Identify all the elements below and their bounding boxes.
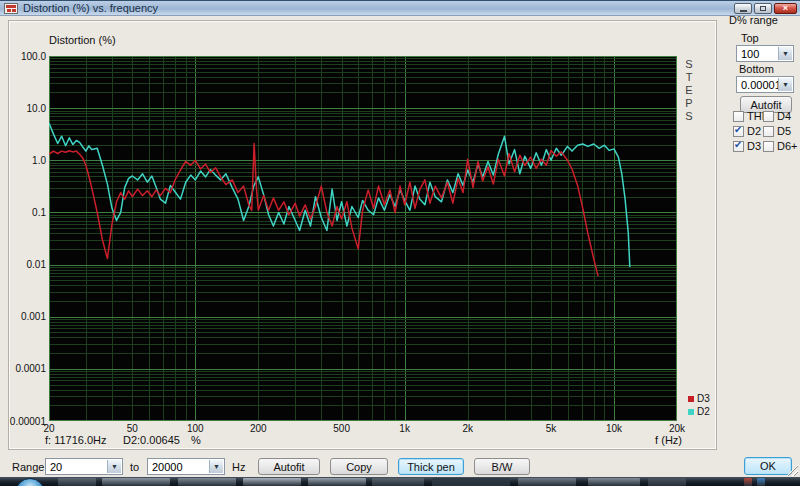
taskbar-item[interactable] <box>178 478 236 486</box>
checkbox-d3[interactable]: ✔D3 <box>733 140 761 152</box>
bottom-range-select[interactable]: 0.00001 ▼ <box>736 76 794 93</box>
steps-watermark: STEPS <box>681 58 697 123</box>
x-tick-label: 20k <box>669 423 685 434</box>
x-tick-label: 1k <box>399 423 410 434</box>
cursor-value: D2:0.00645 <box>123 434 180 446</box>
minimize-button[interactable] <box>734 3 752 14</box>
cursor-frequency: f: 11716.0Hz <box>45 434 107 446</box>
y-tick-label: 0.0001 <box>3 363 46 374</box>
x-tick-label: 20 <box>43 423 54 434</box>
taskbar-item[interactable] <box>58 478 96 486</box>
restore-button[interactable] <box>754 3 772 14</box>
legend-swatch <box>688 409 694 415</box>
title-bar: Distortion (%) vs. frequency × <box>0 0 800 16</box>
x-tick-label: 500 <box>333 423 350 434</box>
d-range-group-label: D% range <box>729 14 778 26</box>
checkbox-d2[interactable]: ✔D2 <box>733 125 761 137</box>
checkbox-label: D3 <box>747 140 761 152</box>
check-icon: ✔ <box>734 139 742 150</box>
x-tick-label: 10k <box>606 423 622 434</box>
ok-button[interactable]: OK <box>744 457 792 475</box>
taskbar-item[interactable] <box>243 478 301 486</box>
plot-panel: Distortion (%) 100.010.01.00.10.010.0010… <box>8 20 717 450</box>
checkbox-label: D6+ <box>777 140 798 152</box>
legend-swatch <box>688 396 694 402</box>
restore-icon <box>760 6 766 11</box>
plot-title: Distortion (%) <box>49 34 116 46</box>
copy-button[interactable]: Copy <box>330 458 388 475</box>
taskbar-item[interactable] <box>518 478 576 486</box>
checkbox-label: D4 <box>777 110 791 122</box>
distortion-plot[interactable] <box>49 56 677 421</box>
window-title: Distortion (%) vs. frequency <box>23 2 158 14</box>
checkbox-box <box>763 126 774 137</box>
taskbar-item[interactable] <box>757 478 765 486</box>
cursor-unit: % <box>191 434 201 446</box>
taskbar-item[interactable] <box>588 478 640 486</box>
checkbox-label: D2 <box>747 125 761 137</box>
x-tick-label: 2k <box>462 423 473 434</box>
x-axis-label: f (Hz) <box>609 434 682 446</box>
x-tick-label: 50 <box>127 423 138 434</box>
legend-label: D3 <box>697 393 710 404</box>
close-icon: × <box>783 4 788 13</box>
taskbar-item[interactable] <box>102 478 170 486</box>
to-label: to <box>130 461 139 473</box>
chevron-down-icon: ▼ <box>107 460 121 473</box>
check-icon: ✔ <box>734 124 742 135</box>
checkbox-box <box>763 111 774 122</box>
y-tick-label: 1.0 <box>3 155 46 166</box>
y-tick-label: 10.0 <box>3 103 46 114</box>
y-tick-label: 0.01 <box>3 259 46 270</box>
legend-item: D3 <box>688 392 710 405</box>
start-button[interactable] <box>15 478 45 486</box>
y-tick-label: 0.001 <box>3 311 46 322</box>
taskbar <box>0 477 800 486</box>
y-tick-label: 100.0 <box>3 51 46 62</box>
autofit-button[interactable]: Autofit <box>258 458 320 475</box>
unit-label: Hz <box>232 461 245 473</box>
legend-item: D2 <box>688 405 710 418</box>
range-to-select[interactable]: 20000 ▼ <box>147 458 225 475</box>
x-tick-label: 100 <box>187 423 204 434</box>
checkbox-box <box>733 111 744 122</box>
chevron-down-icon: ▼ <box>209 460 223 473</box>
taskbar-item[interactable] <box>648 478 686 486</box>
x-tick-label: 5k <box>546 423 557 434</box>
range-from-select[interactable]: 20 ▼ <box>45 458 123 475</box>
y-tick-label: 0.00001 <box>3 416 46 427</box>
taskbar-item[interactable] <box>744 478 752 486</box>
range-label: Range: <box>12 461 47 473</box>
bottom-label: Bottom <box>739 63 774 75</box>
taskbar-item[interactable] <box>372 478 424 486</box>
checkbox-d4[interactable]: D4 <box>763 110 791 122</box>
d2-trace <box>49 123 630 267</box>
taskbar-item[interactable] <box>308 478 366 486</box>
taskbar-item[interactable] <box>432 478 510 486</box>
screen: Distortion (%) vs. frequency × Distortio… <box>0 0 800 486</box>
b-w-button[interactable]: B/W <box>474 458 530 475</box>
checkbox-box: ✔ <box>733 141 744 152</box>
checkbox-box: ✔ <box>733 126 744 137</box>
checkbox-label: D5 <box>777 125 791 137</box>
chevron-down-icon: ▼ <box>778 47 792 60</box>
thick-pen-button[interactable]: Thick pen <box>398 458 464 475</box>
minimize-icon <box>740 10 747 12</box>
y-tick-label: 0.1 <box>3 207 46 218</box>
checkbox-d5[interactable]: D5 <box>763 125 791 137</box>
plot-legend: D3D2 <box>688 392 710 418</box>
top-range-select[interactable]: 100 ▼ <box>736 45 794 62</box>
checkbox-box <box>763 141 774 152</box>
top-label: Top <box>741 32 759 44</box>
legend-label: D2 <box>697 406 710 417</box>
x-tick-label: 200 <box>250 423 267 434</box>
app-icon <box>4 3 18 14</box>
close-button[interactable]: × <box>774 3 797 14</box>
checkbox-d6plus[interactable]: D6+ <box>763 140 798 152</box>
chevron-down-icon: ▼ <box>778 78 792 91</box>
